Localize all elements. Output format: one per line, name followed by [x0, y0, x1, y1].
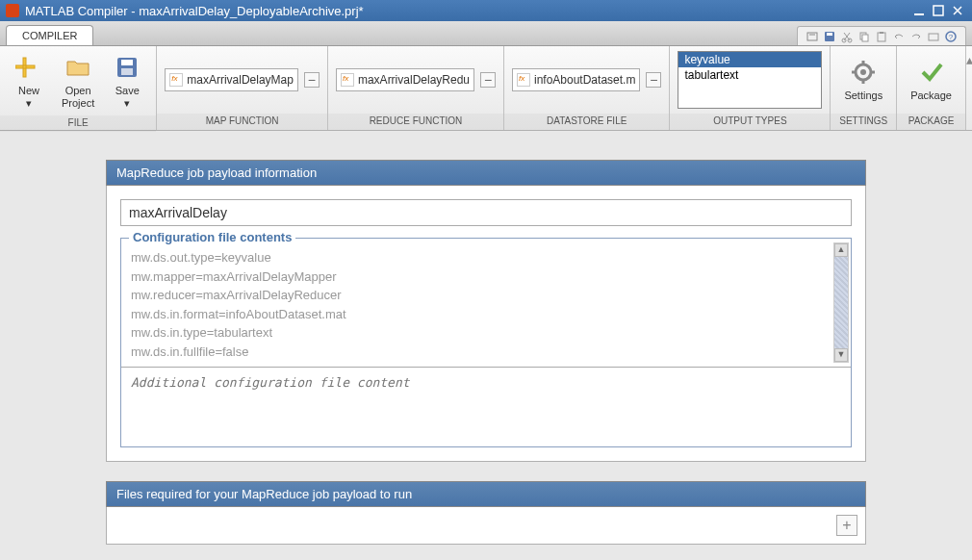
payload-name-input[interactable] [120, 199, 852, 226]
map-function-field[interactable]: maxArrivalDelayMap [165, 68, 298, 91]
folder-icon [63, 52, 93, 83]
config-readonly-lines: mw.ds.out.type=keyvalue mw.mapper=maxArr… [121, 239, 851, 367]
ribbon-group-datastore: infoAboutDataset.m − DATASTORE FILE [504, 46, 670, 130]
check-icon [916, 57, 947, 88]
package-button[interactable]: Package [905, 55, 958, 104]
reduce-function-field[interactable]: maxArrivalDelayRedu [336, 68, 474, 91]
copy-icon[interactable] [857, 30, 871, 43]
scroll-track[interactable] [834, 257, 848, 348]
svg-rect-4 [827, 33, 832, 36]
save-icon [112, 52, 142, 83]
files-panel: Files required for your MapReduce job pa… [106, 481, 866, 545]
save-button[interactable]: Save▾ [106, 50, 148, 112]
paste-icon[interactable] [875, 30, 888, 43]
svg-rect-11 [929, 34, 938, 40]
close-button[interactable] [949, 3, 966, 18]
mfile-icon [169, 73, 183, 87]
datastore-file-field[interactable]: infoAboutDataset.m [512, 68, 640, 91]
svg-text:?: ? [949, 33, 954, 41]
files-header: Files required for your MapReduce job pa… [106, 481, 866, 507]
undo-icon[interactable] [892, 30, 906, 43]
payload-panel: MapReduce job payload information Config… [106, 160, 866, 462]
reduce-remove-button[interactable]: − [480, 72, 496, 88]
mfile-icon [341, 73, 354, 87]
svg-rect-8 [862, 35, 868, 41]
ribbon: New▾ Open Project Save▾ FILE maxArrivalD… [0, 46, 972, 131]
svg-rect-0 [914, 13, 924, 15]
help-icon[interactable]: ? [944, 30, 958, 43]
gear-icon [848, 57, 879, 88]
quick-access-toolbar: ? [797, 26, 966, 45]
output-type-keyvalue[interactable]: keyvalue [678, 52, 821, 67]
ribbon-group-file: New▾ Open Project Save▾ FILE [0, 46, 157, 130]
maximize-button[interactable] [930, 3, 947, 18]
open-project-button[interactable]: Open Project [56, 50, 100, 112]
map-remove-button[interactable]: − [304, 72, 320, 88]
output-type-tabulartext[interactable]: tabulartext [678, 67, 821, 83]
new-icon [13, 52, 44, 83]
tab-strip: COMPILER ? [0, 21, 972, 46]
svg-rect-10 [880, 32, 883, 34]
qat-icon-8[interactable] [927, 30, 940, 43]
save-icon[interactable] [823, 30, 836, 43]
window-title: MATLAB Compiler - maxArrivalDelay_Deploy… [25, 4, 910, 18]
output-types-list[interactable]: keyvalue tabulartext [678, 51, 822, 109]
svg-rect-20 [121, 68, 133, 75]
titlebar: MATLAB Compiler - maxArrivalDelay_Deploy… [0, 0, 972, 21]
payload-header: MapReduce job payload information [106, 160, 866, 186]
svg-rect-19 [121, 60, 133, 65]
app-icon [6, 4, 19, 17]
cut-icon[interactable] [840, 30, 854, 43]
svg-rect-2 [807, 33, 817, 40]
ribbon-group-package: Package PACKAGE [897, 46, 966, 130]
scroll-up-button[interactable]: ▲ [834, 243, 848, 257]
redo-icon[interactable] [909, 30, 923, 43]
config-scrollbar[interactable]: ▲ ▼ [833, 242, 849, 363]
ribbon-group-settings: Settings SETTINGS [831, 46, 897, 130]
minimize-button[interactable] [910, 3, 928, 18]
scroll-down-button[interactable]: ▼ [834, 348, 848, 362]
add-file-button[interactable]: + [836, 515, 857, 536]
settings-button[interactable]: Settings [838, 55, 888, 104]
svg-rect-9 [878, 33, 885, 41]
ribbon-group-map: maxArrivalDelayMap − MAP FUNCTION [157, 46, 328, 130]
new-button[interactable]: New▾ [8, 50, 50, 112]
svg-rect-1 [934, 6, 943, 15]
additional-config-textarea[interactable] [121, 367, 851, 444]
ribbon-collapse-button[interactable]: ▴ [966, 46, 972, 130]
svg-point-22 [860, 69, 866, 75]
config-fieldset: Configuration file contents mw.ds.out.ty… [120, 238, 852, 447]
ribbon-group-output: keyvalue tabulartext OUTPUT TYPES [670, 46, 831, 130]
qat-icon-1[interactable] [806, 30, 819, 43]
datastore-remove-button[interactable]: − [646, 72, 661, 88]
tab-compiler[interactable]: COMPILER [6, 25, 93, 45]
ribbon-group-reduce: maxArrivalDelayRedu − REDUCE FUNCTION [328, 46, 504, 130]
mfile-icon [517, 73, 530, 87]
content-area: MapReduce job payload information Config… [0, 131, 972, 554]
